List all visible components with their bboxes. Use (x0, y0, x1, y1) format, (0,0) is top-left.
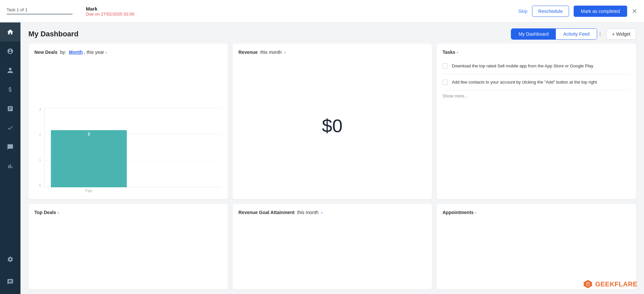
task-person-name: Mark (86, 6, 134, 12)
widget-revenue-goal-label: Revenue Goal Attainment (238, 210, 295, 215)
widget-revenue-chevron[interactable]: › (284, 50, 286, 55)
tab-group: My Dashboard Activity Feed (511, 28, 597, 40)
task-item-1: Download the top rated Sell mobile app f… (443, 58, 630, 74)
task-info: Task 1 of 1 (7, 7, 79, 15)
task-actions: Skip Reschedule Mark as completed ✕ (519, 6, 637, 17)
dashboard-grid: New Deals by: Month , this year › 0 1 2 … (20, 44, 644, 294)
task-bar: Task 1 of 1 Mark Due on 27/02/2025 02:00… (0, 0, 644, 22)
main-layout: My Dashboard My Dashboard Activity Feed … (0, 22, 644, 294)
add-widget-button[interactable]: + Widget (606, 28, 636, 40)
widget-new-deals-chevron[interactable]: › (105, 50, 107, 55)
task-checkbox-1[interactable] (443, 63, 448, 69)
widget-top-deals: Top Deals › (28, 204, 228, 289)
mark-completed-button[interactable]: Mark as completed (574, 6, 627, 17)
sidebar-item-messages[interactable] (0, 137, 20, 157)
widget-revenue-goal-period: this month (296, 210, 320, 215)
svg-marker-3 (587, 283, 589, 286)
revenue-value: $0 (238, 58, 426, 193)
widget-revenue-goal: Revenue Goal Attainment this month › (233, 204, 432, 289)
sidebar (0, 22, 20, 294)
widget-appointments-title: Appointments › (443, 210, 630, 215)
y-label-0: 0 (34, 183, 41, 187)
widget-revenue-goal-title: Revenue Goal Attainment this month › (238, 210, 426, 215)
content-area: My Dashboard My Dashboard Activity Feed … (20, 22, 644, 294)
widget-tasks: Tasks › Download the top rated Sell mobi… (437, 44, 636, 199)
task-due-date: Due on 27/02/2025 02:00 (86, 12, 134, 17)
skip-button[interactable]: Skip (519, 9, 527, 14)
task-person: Mark Due on 27/02/2025 02:00 (86, 6, 134, 17)
widget-new-deals: New Deals by: Month , this year › 0 1 2 … (28, 44, 228, 199)
bar-feb-label: 2 (88, 130, 90, 136)
widget-new-deals-title: New Deals by: Month , this year › (34, 50, 222, 55)
watermark: GEEKFLARE (583, 279, 637, 289)
y-label-3: 3 (34, 107, 41, 111)
widget-revenue-label: Revenue (238, 50, 258, 55)
sidebar-item-funnel[interactable] (0, 42, 20, 61)
widget-appointments: Appointments › (437, 204, 636, 289)
widget-tasks-title: Tasks › (443, 50, 630, 55)
chart-area: 0 1 2 3 (34, 58, 222, 193)
sidebar-item-contacts[interactable] (0, 61, 20, 80)
reschedule-button[interactable]: Reschedule (532, 6, 569, 17)
sidebar-item-support[interactable] (0, 272, 20, 291)
task-progress-bar (7, 14, 73, 15)
page-title: My Dashboard (28, 30, 511, 38)
task-item-2: Add few contacts to your account by clic… (443, 74, 630, 91)
widget-new-deals-label: New Deals (34, 50, 57, 55)
tab-activity-feed[interactable]: Activity Feed (556, 29, 597, 39)
task-checkbox-2[interactable] (443, 80, 448, 85)
widget-revenue-goal-chevron[interactable]: › (321, 210, 322, 215)
widget-revenue-title: Revenue this month › (238, 50, 426, 55)
sidebar-item-home[interactable] (0, 22, 20, 42)
widget-new-deals-period[interactable]: Month (69, 50, 83, 55)
sidebar-item-analytics[interactable] (0, 157, 20, 176)
widget-new-deals-by: by: (59, 50, 67, 55)
widget-top-deals-title: Top Deals › (34, 210, 222, 215)
widget-revenue-period: this month (259, 50, 283, 55)
header-right: + Widget (597, 28, 636, 40)
widget-new-deals-time: , this year (84, 50, 104, 55)
close-button[interactable]: ✕ (632, 8, 637, 15)
page-header: My Dashboard My Dashboard Activity Feed … (20, 22, 644, 44)
widget-revenue: Revenue this month › $0 (233, 44, 432, 199)
bar-feb: 2 (51, 130, 127, 187)
x-label-feb: Feb (51, 189, 127, 193)
tab-my-dashboard[interactable]: My Dashboard (511, 29, 556, 39)
widget-tasks-chevron[interactable]: › (457, 50, 458, 55)
y-label-1: 1 (34, 158, 41, 162)
geekflare-logo-icon (583, 279, 592, 289)
widget-appointments-label: Appointments (443, 210, 474, 215)
widget-top-deals-label: Top Deals (34, 210, 56, 215)
task-progress-fill (7, 14, 73, 15)
widget-top-deals-chevron[interactable]: › (57, 210, 59, 215)
dashboard-settings-icon[interactable] (597, 31, 603, 37)
sidebar-item-reports[interactable] (0, 99, 20, 118)
sidebar-item-settings[interactable] (0, 250, 20, 269)
sidebar-item-deals[interactable] (0, 80, 20, 99)
y-label-2: 2 (34, 133, 41, 137)
widget-appointments-chevron[interactable]: › (475, 210, 476, 215)
sidebar-item-tasks[interactable] (0, 118, 20, 137)
widget-tasks-label: Tasks (443, 50, 455, 55)
geekflare-logo-text: GEEKFLARE (595, 280, 637, 288)
task-text-1: Download the top rated Sell mobile app f… (452, 63, 593, 69)
task-text-2: Add few contacts to your account by clic… (452, 79, 597, 86)
show-more-tasks[interactable]: Show more... (443, 93, 630, 98)
task-label: Task 1 of 1 (7, 7, 79, 12)
